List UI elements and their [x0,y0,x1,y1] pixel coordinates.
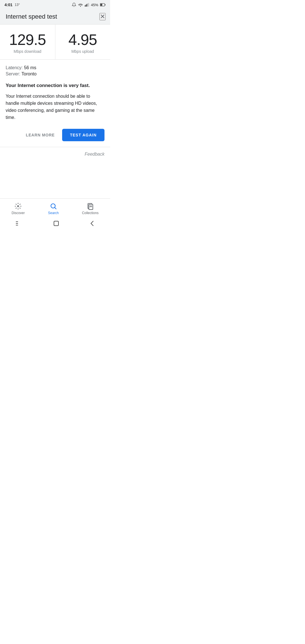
upload-value: 4.95 [60,31,106,48]
system-nav [0,218,110,232]
notification-icon [72,3,76,7]
upload-label: Mbps upload [60,49,106,54]
nav-item-discover[interactable]: Discover [6,201,30,217]
search-label: Search [48,211,59,215]
latency-row: Latency: 56 ms [6,65,104,70]
svg-rect-7 [100,4,102,6]
svg-point-16 [18,206,19,207]
close-button[interactable]: ✕ [99,13,106,20]
download-label: Mbps download [5,49,51,54]
server-row: Server: Toronto [6,71,104,77]
feedback-link[interactable]: Feedback [85,152,104,156]
battery-icon [100,3,106,6]
signal-icon [85,3,89,7]
nav-item-collections[interactable]: Collections [76,201,104,217]
svg-line-12 [16,204,17,204]
svg-rect-3 [88,3,88,6]
nav-items: Discover Search Collections [0,201,110,217]
result-description: Your Internet connection should be able … [6,93,104,121]
svg-line-14 [16,208,17,208]
nav-item-search[interactable]: Search [42,201,64,217]
system-home-icon[interactable] [53,221,59,228]
status-time: 4:01 [5,3,12,7]
svg-line-13 [20,208,21,208]
feedback-section: Feedback [0,147,110,161]
discover-icon [14,203,22,210]
server-value: Toronto [21,71,36,76]
collections-icon [87,203,94,210]
status-temperature: 13° [15,3,20,7]
page-title: Internet speed test [6,13,57,20]
latency-value: 56 ms [24,65,36,70]
system-menu-icon[interactable] [16,221,22,227]
speed-results: 129.5 Mbps download 4.95 Mbps upload [0,25,110,60]
svg-line-15 [20,204,21,204]
battery-percentage: 45% [91,3,98,7]
upload-result: 4.95 Mbps upload [55,25,110,59]
status-left: 4:01 13° [5,3,20,7]
learn-more-button[interactable]: LEARN MORE [22,130,59,140]
content-spacer [0,161,110,198]
details-section: Latency: 56 ms Server: Toronto Your Inte… [0,60,110,147]
wifi-icon [78,3,83,7]
download-result: 129.5 Mbps download [0,25,55,59]
result-headline: Your Internet connection is very fast. [6,82,104,89]
latency-label: Latency: [6,65,23,70]
download-value: 129.5 [5,31,51,48]
action-buttons: LEARN MORE TEST AGAIN [6,129,104,142]
status-bar: 4:01 13° 45% [0,0,110,9]
bottom-nav: Discover Search Collections [0,198,110,218]
server-label: Server: [6,71,20,76]
discover-label: Discover [12,211,25,215]
svg-line-18 [55,208,56,209]
search-icon [50,203,57,210]
svg-rect-6 [105,4,105,6]
collections-label: Collections [82,211,99,215]
svg-rect-1 [86,5,86,6]
status-right: 45% [72,3,106,7]
svg-rect-4 [88,3,89,7]
system-back-icon[interactable] [90,221,94,228]
app-header: Internet speed test ✕ [0,9,110,25]
test-again-button[interactable]: TEST AGAIN [62,129,104,141]
svg-rect-26 [54,221,58,226]
svg-rect-2 [86,4,87,7]
svg-rect-0 [85,5,85,7]
